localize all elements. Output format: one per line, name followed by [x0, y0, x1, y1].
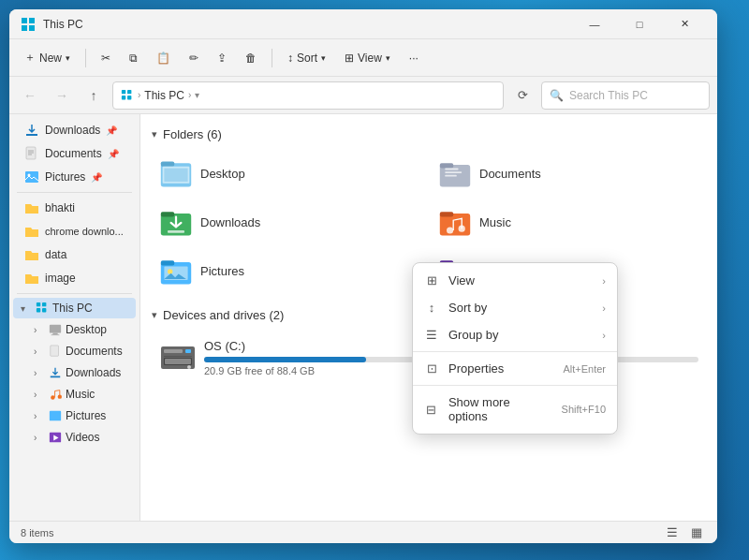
ctx-sort-by[interactable]: ↕ Sort by › — [413, 294, 617, 321]
svg-rect-27 — [161, 161, 174, 166]
drive-c[interactable]: OS (C:) 20.9 GB free of 88.4 GB — [152, 332, 425, 384]
downloads-sidebar-icon — [24, 123, 39, 138]
svg-rect-29 — [164, 169, 187, 182]
drive-c-info: OS (C:) 20.9 GB free of 88.4 GB — [204, 339, 418, 376]
ctx-properties-label: Properties — [448, 361, 504, 376]
back-button[interactable]: ← — [17, 82, 43, 109]
sidebar-tree-downloads[interactable]: › Downloads — [13, 362, 136, 383]
context-menu: ⊞ View › ↕ Sort by › ☰ Group by › ⊡ Prop… — [412, 262, 618, 435]
maximize-button[interactable]: □ — [618, 9, 661, 39]
new-button[interactable]: ＋ New ▾ — [17, 43, 78, 73]
sidebar-tree-pictures[interactable]: › Pictures — [13, 405, 136, 426]
svg-rect-31 — [440, 163, 453, 168]
folder-music[interactable]: Music — [431, 199, 706, 244]
view-ctx-icon: ⊞ — [424, 273, 439, 287]
documents-sidebar-icon — [24, 146, 39, 161]
svg-rect-34 — [445, 175, 457, 177]
svg-rect-12 — [25, 171, 38, 183]
sidebar: Downloads 📌 Documents 📌 P — [9, 114, 140, 521]
desktop-tree-icon — [49, 323, 62, 336]
svg-rect-18 — [50, 325, 61, 333]
ctx-view-label: View — [448, 273, 475, 287]
ctx-group-by[interactable]: ☰ Group by › — [413, 321, 617, 348]
svg-rect-52 — [164, 356, 192, 357]
forward-button[interactable]: → — [49, 82, 75, 109]
toolbar-separator-1 — [85, 49, 86, 67]
search-bar[interactable]: 🔍 Search This PC — [541, 81, 710, 110]
sidebar-item-bhakti[interactable]: bhakti — [13, 197, 136, 219]
breadcrumb[interactable]: › This PC › ▾ — [112, 81, 504, 110]
svg-point-23 — [58, 394, 62, 398]
list-view-button[interactable]: ☰ — [663, 524, 682, 541]
pictures-label: Pictures — [200, 264, 244, 278]
sidebar-item-data[interactable]: data — [13, 243, 136, 266]
svg-rect-54 — [165, 359, 191, 364]
folder-downloads[interactable]: Downloads — [152, 199, 427, 244]
desktop-folder-icon — [159, 156, 193, 190]
sort-button[interactable]: ↕ Sort ▾ — [280, 43, 333, 73]
grid-view-button[interactable]: ▦ — [687, 524, 706, 541]
downloads-label: Downloads — [200, 215, 260, 229]
ctx-more-label: Show more options — [448, 395, 552, 423]
sidebar-tree-documents[interactable]: › Documents — [13, 341, 136, 361]
sidebar-divider-1 — [17, 192, 132, 193]
drive-c-icon — [159, 339, 197, 376]
close-button[interactable]: ✕ — [663, 9, 706, 39]
delete-button[interactable]: 🗑 — [238, 43, 264, 73]
svg-rect-1 — [29, 18, 35, 23]
ctx-group-label: Group by — [448, 328, 498, 342]
ctx-view[interactable]: ⊞ View › — [413, 267, 617, 294]
up-button[interactable]: ↑ — [81, 82, 107, 109]
documents-folder-icon — [438, 156, 472, 190]
drive-c-bar-fill — [204, 357, 366, 362]
sidebar-item-documents[interactable]: Documents 📌 — [13, 142, 136, 165]
svg-point-55 — [187, 365, 191, 369]
ctx-sort-label: Sort by — [448, 301, 487, 315]
copy-button[interactable]: ⧉ — [122, 43, 145, 73]
folder-pictures[interactable]: Pictures — [152, 248, 427, 293]
address-bar: ← → ↑ › This PC › ▾ ⟳ 🔍 Search This PC — [9, 77, 717, 114]
sort-icon: ↕ — [287, 52, 293, 65]
svg-rect-20 — [51, 334, 60, 335]
svg-rect-19 — [52, 333, 57, 335]
sidebar-tree-videos[interactable]: › Videos — [13, 427, 136, 448]
sidebar-item-image[interactable]: image — [13, 267, 136, 289]
share-icon: ⇪ — [217, 52, 227, 65]
view-icon: ⊞ — [345, 52, 354, 65]
drive-c-bar-bg — [204, 357, 418, 362]
share-button[interactable]: ⇪ — [210, 43, 234, 73]
svg-rect-6 — [122, 96, 125, 99]
svg-rect-21 — [51, 346, 59, 356]
cut-button[interactable]: ✂ — [94, 43, 118, 73]
svg-rect-16 — [37, 308, 40, 312]
sidebar-tree-music[interactable]: › Music — [13, 384, 136, 405]
svg-point-41 — [459, 226, 465, 232]
folder-documents[interactable]: Documents — [431, 151, 706, 196]
refresh-button[interactable]: ⟳ — [509, 82, 536, 109]
rename-icon: ✏ — [189, 52, 198, 65]
paste-button[interactable]: 📋 — [149, 43, 178, 73]
sidebar-item-chrome[interactable]: chrome downlo... — [13, 220, 136, 243]
sidebar-tree-thispc[interactable]: ▾ This PC — [13, 298, 136, 318]
svg-rect-5 — [127, 89, 131, 93]
ctx-more-options[interactable]: ⊟ Show more options Shift+F10 — [413, 389, 617, 430]
more-button[interactable]: ··· — [402, 43, 426, 73]
minimize-button[interactable]: — — [573, 9, 616, 39]
sidebar-item-pictures[interactable]: Pictures 📌 — [13, 166, 136, 188]
view-button[interactable]: ⊞ View ▾ — [337, 43, 398, 73]
ctx-properties[interactable]: ⊡ Properties Alt+Enter — [413, 355, 617, 382]
folder-desktop[interactable]: Desktop — [152, 151, 427, 196]
svg-point-40 — [447, 227, 453, 233]
documents-label: Documents — [479, 167, 541, 181]
cut-icon: ✂ — [101, 52, 110, 65]
sidebar-tree-desktop[interactable]: › Desktop — [13, 319, 136, 340]
svg-rect-14 — [37, 302, 40, 306]
svg-rect-15 — [42, 302, 46, 306]
search-icon: 🔍 — [550, 89, 564, 102]
sidebar-item-downloads[interactable]: Downloads 📌 — [13, 119, 136, 141]
svg-rect-7 — [127, 96, 131, 99]
toolbar-separator-2 — [272, 49, 272, 67]
sort-ctx-icon: ↕ — [424, 301, 439, 315]
folders-section-header[interactable]: ▾ Folders (6) — [152, 127, 706, 141]
rename-button[interactable]: ✏ — [182, 43, 206, 73]
